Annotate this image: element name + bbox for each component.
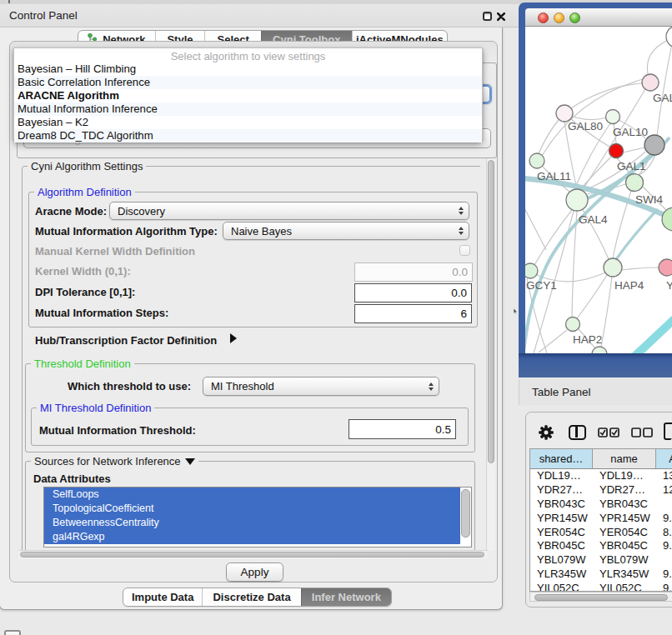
network-node[interactable] <box>556 105 573 122</box>
table-horizontal-scrollbar-track[interactable] <box>529 592 672 602</box>
checkbox-box <box>644 428 652 437</box>
network-node[interactable] <box>606 110 620 124</box>
control-panel-titlebar[interactable]: Control Panel <box>0 4 519 28</box>
dropdown-item[interactable]: Bayesian – K2 <box>18 116 88 128</box>
network-node-label: GAL4 <box>579 213 608 226</box>
apply-button[interactable]: Apply <box>226 562 283 582</box>
table-cell: YER054C <box>530 526 593 540</box>
mi-threshold-field[interactable]: 0.5 <box>349 419 456 439</box>
table-row[interactable]: YDL19…YDL19…13 <box>530 469 672 483</box>
dropdown-item[interactable]: Basic Correlation Inference <box>18 76 150 88</box>
table-row[interactable]: YDR27…YDR27…12 <box>530 483 672 498</box>
select-checkboxes-icon[interactable] <box>598 428 619 438</box>
kernel-width-label: Kernel Width (0,1): <box>35 265 131 278</box>
table-row[interactable]: YPR145WYPR145W9. <box>530 512 672 526</box>
table-row[interactable]: YER054CYER054C8. <box>530 526 672 540</box>
network-node[interactable] <box>666 27 672 48</box>
sources-title-row[interactable]: Sources for Network Inference <box>31 455 198 468</box>
split-columns-icon[interactable] <box>569 425 586 440</box>
mi-steps-field[interactable]: 6 <box>354 304 472 323</box>
network-node[interactable] <box>659 259 672 276</box>
table-row[interactable]: YBR045CYBR045C9. <box>530 539 672 553</box>
network-edge <box>657 43 672 136</box>
which-threshold-combo[interactable]: MI Threshold <box>203 377 439 396</box>
sources-title: Sources for Network Inference <box>34 455 181 468</box>
stepper-up-arrow <box>459 227 464 230</box>
data-attributes-list[interactable]: SelfLoopsTopologicalCoefficientBetweenne… <box>43 487 472 548</box>
manual-kernel-width-label: Manual Kernel Width Definition <box>35 245 195 258</box>
table-cell: 8. <box>656 526 672 540</box>
table-cell: 9. <box>656 539 672 553</box>
network-node[interactable] <box>609 144 624 158</box>
close-icon[interactable] <box>497 12 505 21</box>
settings-horizontal-scrollbar-thumb[interactable] <box>20 552 484 558</box>
deselect-checkboxes-icon[interactable] <box>631 428 653 438</box>
dropdown-item[interactable]: Dream8 DC_TDC Algorithm <box>18 129 153 142</box>
network-node-label: GCY1 <box>526 279 557 292</box>
attribute-list-item[interactable]: SelfLoops <box>44 488 460 502</box>
float-icon[interactable] <box>483 12 492 21</box>
network-node[interactable] <box>626 174 644 192</box>
stepper-up-arrow <box>459 207 464 210</box>
kernel-width-field[interactable]: 0.0 <box>354 262 473 282</box>
gear-tooth <box>544 425 547 428</box>
table-row[interactable]: YBR043CYBR043C <box>530 498 672 512</box>
attribute-list-item[interactable]: TopologicalCoefficient <box>44 502 460 516</box>
dropdown-item[interactable]: Mutual Information Inference <box>18 102 158 115</box>
table-column-header[interactable]: name <box>593 449 656 468</box>
network-node[interactable] <box>604 258 622 277</box>
table-cell: YIL052C <box>593 582 656 592</box>
dropdown-item[interactable]: ARACNE Algorithm <box>18 89 119 102</box>
network-canvas[interactable]: GAL2GAL80GAL10GAL1GAL11SWI4GAL4GCY1HAP4Y… <box>525 27 672 353</box>
network-icon-node <box>88 33 93 38</box>
stepper-down-arrow <box>459 212 464 215</box>
table-cell: YPR145W <box>530 512 593 526</box>
algorithm-definition-title: Algorithm Definition <box>34 186 135 198</box>
network-node-label: Y <box>666 279 672 292</box>
dpi-tolerance-field[interactable]: 0.0 <box>354 283 472 302</box>
collapse-arrow-icon <box>185 458 195 465</box>
manual-kernel-width-checkbox[interactable] <box>459 245 470 256</box>
aracne-mode-combo[interactable]: Discovery <box>109 202 469 220</box>
network-node[interactable] <box>529 153 544 168</box>
attribute-list-item[interactable]: BetweennessCentrality <box>44 516 460 530</box>
bottom-tab-impute-data[interactable]: Impute Data <box>123 588 202 606</box>
mi-algorithm-type-combo[interactable]: Naive Bayes <box>223 222 469 240</box>
minimize-traffic-light-icon[interactable] <box>554 12 564 23</box>
network-node[interactable] <box>662 208 672 231</box>
zoom-traffic-light-icon[interactable] <box>569 12 580 23</box>
network-window-titlebar[interactable] <box>525 8 672 27</box>
network-node[interactable] <box>525 263 538 278</box>
hidden-panel-icon[interactable] <box>4 630 21 635</box>
table-column-header[interactable]: A <box>656 449 672 468</box>
node-table: shared…nameA YDL19…YDL19…13YDR27…YDR27…1… <box>529 448 672 592</box>
file-icon[interactable] <box>664 422 672 440</box>
attribute-list-scrollbar[interactable] <box>461 489 470 538</box>
gear-icon[interactable] <box>538 424 554 441</box>
network-edge <box>625 315 672 353</box>
table-row[interactable]: YBL079WYBL079W <box>530 553 672 568</box>
table-cell: YDR27… <box>530 483 593 498</box>
network-node-label: HAP2 <box>573 333 602 346</box>
gear-hole <box>544 431 549 435</box>
dropdown-item[interactable]: Bayesian – Hill Climbing <box>18 62 136 75</box>
attribute-list-item[interactable]: gal4RGexp <box>44 530 460 544</box>
network-node[interactable] <box>566 189 588 211</box>
hub-definition-label: Hub/Transcription Factor Definition <box>35 334 217 347</box>
expand-arrow-icon[interactable] <box>230 333 237 343</box>
bottom-tab-discretize-data[interactable]: Discretize Data <box>202 588 300 606</box>
threshold-definition-title: Threshold Definition <box>31 358 134 370</box>
table-panel-titlebar[interactable]: Table Panel <box>519 379 672 405</box>
table-horizontal-scrollbar-thumb[interactable] <box>534 594 668 601</box>
network-node[interactable] <box>642 74 659 91</box>
table-row[interactable]: YLR345WYLR345W9. <box>530 568 672 582</box>
bottom-tab-infer-network[interactable]: Infer Network <box>301 588 391 606</box>
mi-algorithm-type-label: Mutual Information Algorithm Type: <box>35 225 218 238</box>
table-column-header[interactable]: shared… <box>530 449 593 468</box>
settings-vertical-scrollbar-thumb[interactable] <box>488 160 495 463</box>
table-cell: YLR345W <box>530 568 593 582</box>
table-row[interactable]: YIL052CYIL052C9. <box>530 582 672 592</box>
network-node[interactable] <box>566 318 580 332</box>
close-traffic-light-icon[interactable] <box>538 12 549 23</box>
gear-tooth <box>550 431 554 433</box>
